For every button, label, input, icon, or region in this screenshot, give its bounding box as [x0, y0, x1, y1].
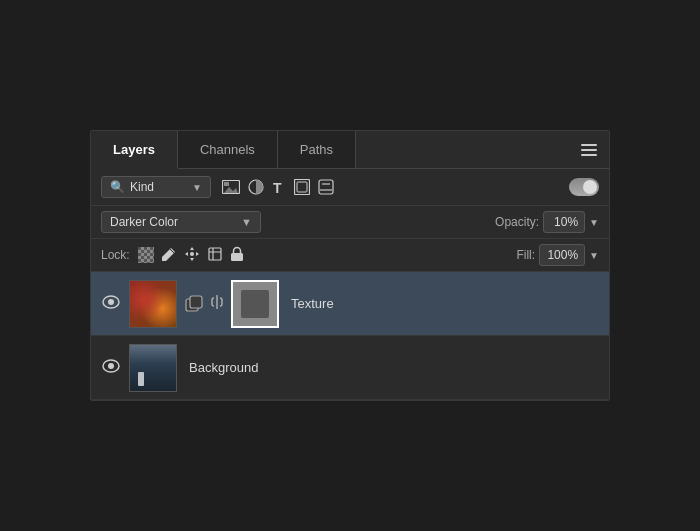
text-filter-icon[interactable]: T: [272, 179, 286, 195]
svg-rect-17: [209, 248, 221, 260]
filter-toggle[interactable]: [569, 178, 599, 196]
layer-mask-thumbnail: [231, 280, 279, 328]
svg-text:T: T: [273, 180, 282, 195]
layer-visibility-icon[interactable]: [101, 359, 121, 377]
opacity-chevron-icon[interactable]: ▼: [589, 217, 599, 228]
fill-input[interactable]: 100%: [539, 244, 585, 266]
svg-marker-15: [196, 252, 199, 256]
lock-artboard-icon[interactable]: [207, 246, 223, 265]
smart-filter-icon[interactable]: [318, 179, 334, 195]
filter-row: 🔍 Kind ▼ T: [91, 169, 609, 206]
svg-rect-24: [190, 296, 202, 308]
svg-marker-13: [190, 258, 194, 261]
svg-rect-10: [319, 180, 333, 194]
lock-transparency-icon[interactable]: [138, 247, 154, 263]
panel-menu-button[interactable]: [569, 131, 609, 168]
layer-name: Texture: [291, 296, 334, 311]
layers-list: Texture Background: [91, 272, 609, 400]
layer-visibility-icon[interactable]: [101, 295, 121, 313]
search-icon: 🔍: [110, 180, 125, 194]
opacity-input[interactable]: 10%: [543, 211, 585, 233]
lock-row: Lock:: [91, 239, 609, 272]
filter-icons: T: [222, 179, 334, 195]
smart-object-icon: [185, 295, 203, 313]
svg-marker-14: [185, 252, 188, 256]
fill-chevron-icon[interactable]: ▼: [589, 250, 599, 261]
layer-thumbnail: [129, 280, 177, 328]
svg-rect-4: [224, 182, 229, 186]
svg-rect-1: [581, 149, 597, 151]
blend-chevron-icon: ▼: [241, 216, 252, 228]
tab-bar: Layers Channels Paths: [91, 131, 609, 169]
opacity-group: Opacity: 10% ▼: [495, 211, 599, 233]
tab-paths[interactable]: Paths: [278, 131, 356, 168]
shape-filter-icon[interactable]: [294, 179, 310, 195]
lock-all-icon[interactable]: [230, 246, 244, 265]
layer-thumbnail: [129, 344, 177, 392]
svg-point-26: [108, 363, 114, 369]
layer-item[interactable]: Background: [91, 336, 609, 400]
svg-rect-0: [581, 144, 597, 146]
fill-group: Fill: 100% ▼: [516, 244, 599, 266]
tab-layers[interactable]: Layers: [91, 131, 178, 169]
lock-icons: [138, 246, 244, 265]
lock-position-icon[interactable]: [184, 246, 200, 265]
svg-point-22: [108, 299, 114, 305]
adjustment-filter-icon[interactable]: [248, 179, 264, 195]
svg-point-16: [190, 252, 194, 256]
layer-link-icon: [211, 294, 223, 313]
lock-pixels-icon[interactable]: [161, 246, 177, 265]
svg-marker-5: [224, 187, 238, 193]
filter-kind-dropdown[interactable]: 🔍 Kind ▼: [101, 176, 211, 198]
layers-panel: Layers Channels Paths 🔍 Kind ▼: [90, 130, 610, 401]
layer-name: Background: [189, 360, 258, 375]
svg-rect-20: [231, 253, 243, 261]
chevron-down-icon: ▼: [192, 182, 202, 193]
blend-row: Darker Color ▼ Opacity: 10% ▼: [91, 206, 609, 239]
pixel-filter-icon[interactable]: [222, 180, 240, 194]
blend-mode-dropdown[interactable]: Darker Color ▼: [101, 211, 261, 233]
svg-rect-2: [581, 154, 597, 156]
svg-rect-9: [297, 182, 307, 192]
tab-channels[interactable]: Channels: [178, 131, 278, 168]
layer-item[interactable]: Texture: [91, 272, 609, 336]
svg-marker-12: [190, 247, 194, 250]
